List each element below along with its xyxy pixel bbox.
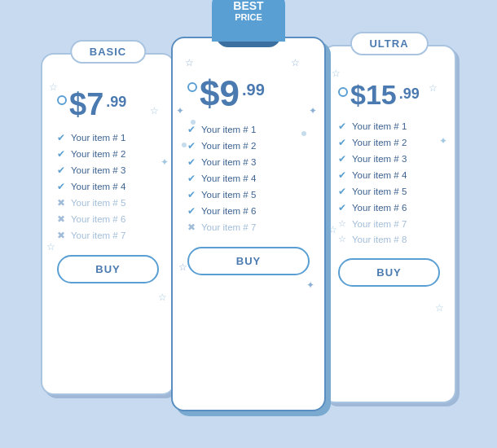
cross-icon: ✖: [57, 197, 65, 209]
item-label: Your item # 7: [201, 222, 256, 232]
basic-price-dollar: $7: [69, 89, 103, 120]
list-item: ✔Your item # 1: [57, 130, 159, 146]
check-icon: ✔: [187, 140, 196, 152]
ultra-price-cents: .99: [399, 86, 420, 103]
price-label: PRICE: [235, 12, 262, 22]
ultra-card: ☆ ☆ ✦ ☆ ☆ ULTRA $15 .99 ✔Your item # 1 ✔…: [322, 45, 456, 403]
item-label: Your item # 2: [71, 149, 125, 159]
check-icon: ✔: [57, 165, 65, 176]
item-label: Your item # 3: [201, 157, 256, 167]
list-item: ✔Your item # 3: [57, 162, 159, 178]
item-label: Your item # 5: [71, 198, 125, 208]
check-icon: ✔: [57, 132, 65, 143]
item-label: Your item # 7: [352, 219, 407, 229]
basic-title: BASIC: [70, 40, 146, 64]
ultra-price-dollar: $15: [350, 81, 397, 108]
basic-item-list: ✔Your item # 1 ✔Your item # 2 ✔Your item…: [57, 130, 159, 244]
pro-card: ★ BEST PRICE ☆ ☆ ✦ ✦ ☆ ✦ PRO $9 .99 ✔You…: [171, 37, 326, 411]
basic-price-area: $7 .99: [57, 89, 159, 120]
check-icon: ✔: [187, 205, 196, 217]
list-item: ✔Your item # 1: [187, 121, 310, 138]
best-price-badge: BEST PRICE: [212, 0, 285, 42]
item-label: Your item # 1: [201, 125, 256, 134]
item-label: Your item # 4: [201, 173, 256, 183]
item-label: Your item # 8: [352, 235, 407, 244]
basic-card: ☆ ☆ ✦ ☆ ☆ BASIC $7 .99 ✔Your item # 1 ✔Y…: [41, 53, 175, 395]
price-circle: [338, 87, 348, 97]
check-icon: ✔: [187, 156, 196, 168]
ultra-title: ULTRA: [350, 32, 428, 55]
item-label: Your item # 4: [71, 182, 125, 191]
list-item: ✔Your item # 1: [338, 118, 440, 134]
ultra-price-area: $15 .99: [338, 81, 440, 108]
ultra-buy-button[interactable]: BUY: [338, 258, 440, 287]
list-item-star: ☆Your item # 8: [338, 231, 440, 247]
check-icon: ✔: [338, 153, 346, 165]
list-item-star: ☆Your item # 7: [338, 216, 440, 231]
item-label: Your item # 6: [201, 206, 256, 216]
item-label: Your item # 6: [352, 203, 407, 213]
basic-price-cents: .99: [106, 94, 126, 111]
item-label: Your item # 1: [71, 133, 125, 143]
check-icon: ✔: [187, 173, 196, 184]
item-label: Your item # 4: [352, 170, 407, 180]
star-outline-icon: ☆: [338, 234, 346, 244]
check-icon: ✔: [338, 202, 346, 213]
item-label: Your item # 5: [201, 190, 256, 200]
list-item-disabled: ✖Your item # 5: [57, 195, 159, 211]
check-icon: ✔: [57, 181, 65, 192]
check-icon: ✔: [338, 186, 346, 197]
check-icon: ✔: [338, 137, 346, 148]
list-item: ✔Your item # 4: [57, 178, 159, 195]
check-icon: ✔: [57, 148, 65, 160]
pro-price-cents: .99: [242, 81, 265, 99]
list-item: ✔Your item # 6: [338, 200, 440, 216]
item-label: Your item # 2: [201, 141, 256, 151]
item-label: Your item # 3: [352, 154, 407, 164]
list-item-disabled: ✖Your item # 7: [57, 227, 159, 244]
check-icon: ✔: [187, 189, 196, 200]
item-label: Your item # 5: [352, 187, 407, 196]
pro-buy-button[interactable]: BUY: [187, 247, 310, 275]
ultra-item-list: ✔Your item # 1 ✔Your item # 2 ✔Your item…: [338, 118, 440, 247]
cross-icon: ✖: [57, 230, 65, 241]
check-icon: ✔: [338, 121, 346, 132]
item-label: Your item # 6: [71, 214, 125, 224]
list-item-disabled: ✖Your item # 7: [187, 219, 310, 235]
list-item: ✔Your item # 2: [187, 138, 310, 154]
item-label: Your item # 2: [352, 138, 407, 147]
basic-buy-button[interactable]: BUY: [57, 255, 159, 283]
list-item: ✔Your item # 4: [187, 170, 310, 187]
item-label: Your item # 3: [71, 165, 125, 175]
cross-icon: ✖: [57, 213, 65, 225]
pro-price-dollar: $9: [200, 76, 240, 112]
list-item: ✔Your item # 4: [338, 167, 440, 183]
list-item: ✔Your item # 3: [187, 154, 310, 170]
list-item: ✔Your item # 5: [338, 183, 440, 200]
list-item-disabled: ✖Your item # 6: [57, 211, 159, 227]
list-item: ✔Your item # 5: [187, 187, 310, 203]
pro-price-area: $9 .99: [187, 76, 310, 112]
star-outline-icon: ☆: [338, 218, 346, 229]
pro-item-list: ✔Your item # 1 ✔Your item # 2 ✔Your item…: [187, 121, 310, 235]
check-icon: ✔: [338, 169, 346, 181]
pricing-wrapper: ☆ ☆ ✦ ☆ ☆ BASIC $7 .99 ✔Your item # 1 ✔Y…: [33, 29, 464, 419]
list-item: ✔Your item # 2: [57, 146, 159, 162]
list-item: ✔Your item # 6: [187, 203, 310, 219]
best-label: BEST: [233, 0, 263, 12]
item-label: Your item # 1: [352, 121, 407, 131]
check-icon: ✔: [187, 124, 196, 135]
price-circle: [57, 95, 67, 105]
list-item: ✔Your item # 3: [338, 151, 440, 167]
price-circle: [187, 82, 197, 92]
item-label: Your item # 7: [71, 231, 125, 240]
list-item: ✔Your item # 2: [338, 134, 440, 151]
cross-icon: ✖: [187, 222, 196, 233]
